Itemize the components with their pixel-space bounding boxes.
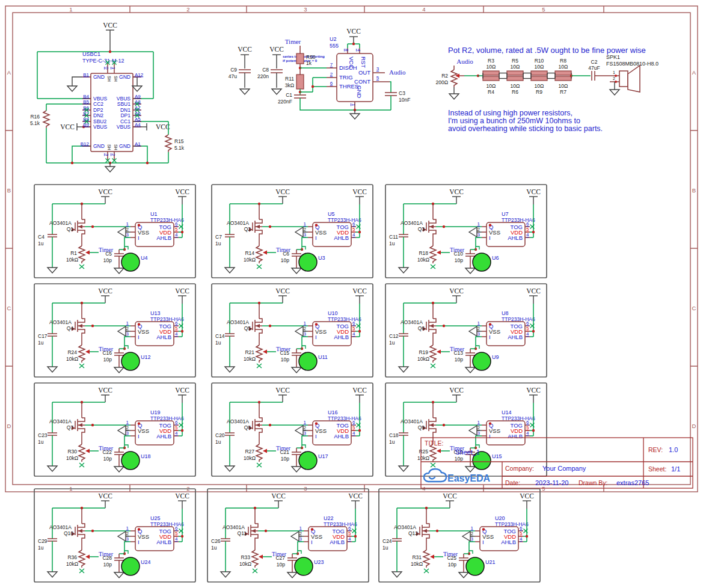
- junction-dot: [489, 224, 491, 226]
- net-arrow: [85, 555, 90, 559]
- touch-key-module[interactable]: VCCC261uAO3401AQ11R3310kΩTimer123654QVSS…: [207, 489, 369, 582]
- touch-pad[interactable]: [121, 452, 140, 470]
- pin-name-ahlb: AHLB: [501, 539, 516, 545]
- wire: [476, 337, 482, 349]
- net-label-timer[interactable]: Timer: [285, 38, 301, 45]
- speaker-spk1[interactable]: SPK1 FS1508MB0810-H8.0 1 2: [606, 54, 658, 95]
- touch-key-module[interactable]: VCCC181uAO3401AQ9R2510kΩTimer123654QVSSI…: [385, 383, 547, 476]
- resistor-pair-stage[interactable]: R510Ω10ΩR6: [507, 58, 531, 95]
- cap-c8[interactable]: VCC C8 220n: [257, 46, 284, 94]
- shield-pin-name: SH: [107, 144, 111, 150]
- resistor-pair-stage[interactable]: R1010Ω10ΩR9: [531, 58, 555, 95]
- touch-key-module[interactable]: VCCC71uAO3401AQ2R1410kΩTimer123654QVSSIT…: [212, 185, 373, 278]
- junction-dot: [532, 231, 535, 233]
- ic-part: TTP233H-HA6: [502, 316, 535, 322]
- pin-number: 4: [175, 331, 178, 337]
- cap-val: 1u: [38, 439, 44, 445]
- mosfet-symbol: [255, 219, 262, 246]
- touch-pad[interactable]: [299, 452, 317, 470]
- touch-pad[interactable]: [473, 352, 491, 370]
- cap-c9[interactable]: VCC C9 47u: [229, 46, 252, 94]
- schematic-canvas[interactable]: 1122334455AABBCCDD VCC USBC1 TYPE-C-31-M…: [0, 0, 703, 588]
- pin-number: 2: [304, 425, 307, 430]
- cap-symbol: [225, 234, 235, 237]
- junction-dot: [436, 530, 438, 532]
- touch-key-module[interactable]: VCCC241uAO3401AQ12R3110kΩTimer123654QVSS…: [379, 489, 540, 582]
- gnd-arrow: [118, 326, 126, 336]
- timer-555-circuit[interactable]: VCC C9 47u VCC C8 220n Timer series to a…: [229, 28, 411, 119]
- resistor-ref: R3: [488, 58, 494, 64]
- touch-key-module[interactable]: VCCC111uAO3401AQ3R1810kΩTimer123654QVSSI…: [385, 185, 547, 278]
- touch-pad[interactable]: [295, 557, 313, 575]
- title-label: TITLE:: [425, 439, 444, 447]
- cap-ref: C7: [215, 234, 222, 240]
- net-label-audio[interactable]: Audio: [456, 58, 473, 65]
- touch-key-module[interactable]: VCCC121uAO3401AQ6R1910kΩTimer123654QVSSI…: [385, 284, 547, 377]
- net-label-audio[interactable]: Audio: [389, 69, 406, 76]
- touch-pad[interactable]: [121, 352, 140, 370]
- resistor-symbol: [43, 111, 49, 128]
- touch-key-module[interactable]: VCCC231uAO3401AQ7R3010kΩTimer123654QVSSI…: [34, 383, 195, 476]
- junction-dot: [91, 424, 94, 426]
- cap-val: 10p: [103, 456, 112, 462]
- touch-key-module[interactable]: VCCC201uAO3401AQ8R2710kΩTimer123654QVSSI…: [212, 383, 373, 476]
- junction-dot: [358, 330, 361, 332]
- cap-val: 220n: [257, 73, 269, 79]
- touch-pad[interactable]: [299, 253, 317, 271]
- ic-ref: U19: [150, 409, 161, 415]
- mosfet-arrow: [429, 324, 434, 328]
- rev-value[interactable]: 1.0: [669, 446, 678, 453]
- resistor-r50[interactable]: [296, 54, 304, 64]
- potentiometer-r2[interactable]: R2 200Ω: [435, 70, 464, 87]
- pin-number: 5: [175, 227, 178, 232]
- drawn-by-value[interactable]: extras2765: [616, 479, 649, 486]
- gnd-symbol: [272, 89, 281, 94]
- company-label: Company:: [505, 465, 534, 472]
- touch-key-module[interactable]: VCCC141uAO3401AQ5R2110kΩTimer123654QVSSI…: [212, 284, 373, 377]
- cap-c2[interactable]: C2 47uF: [588, 59, 600, 81]
- sheet-value[interactable]: 1/1: [671, 465, 680, 473]
- junction-dot: [526, 535, 528, 537]
- cap-c3[interactable]: [385, 93, 397, 96]
- pin-name-vss: VSS: [315, 229, 327, 236]
- resistor-pair-stage[interactable]: R810Ω10ΩR7: [555, 58, 571, 95]
- cap-val: 1u: [215, 439, 221, 445]
- audio-output-circuit[interactable]: Pot R2, volume, rated at .5W ought to be…: [435, 46, 658, 133]
- gnd-wire-b1: [72, 77, 82, 86]
- mosfet-arrow: [256, 225, 260, 228]
- touch-pad[interactable]: [466, 557, 484, 575]
- touch-key-module[interactable]: VCCC171uAO3401AQ4R2410kΩTimer123654QVSSI…: [34, 284, 195, 377]
- junction-dot: [311, 528, 313, 530]
- touch-key-module[interactable]: VCCC41uAO3401AQ1R110kΩTimer123654QVSSITO…: [34, 185, 195, 278]
- touch-pad[interactable]: [121, 557, 140, 575]
- touch-pad[interactable]: [121, 253, 140, 271]
- cap-c1[interactable]: [294, 95, 306, 98]
- resistor-r11[interactable]: [296, 75, 304, 89]
- date-value[interactable]: 2023-11-20: [535, 479, 568, 486]
- gnd-arrow: [469, 227, 477, 237]
- resistor-val: 10Ω: [535, 64, 544, 70]
- frame-row-letter: C: [7, 305, 11, 311]
- usb-connector-circuit[interactable]: VCC USBC1 TYPE-C-31-M-12 SHSHSHSH0132 VC…: [30, 22, 185, 172]
- pin-number: 3: [304, 430, 307, 436]
- pin-number: 1: [304, 420, 307, 425]
- resistor-bottom: [555, 76, 571, 81]
- resistor-ref: R27: [245, 449, 254, 455]
- company-value[interactable]: Your Company: [542, 465, 586, 472]
- gnd-arrow: [291, 531, 299, 541]
- resistor-ref: R7: [560, 89, 566, 95]
- touch-pad[interactable]: [299, 352, 317, 370]
- resistor-pair-stage[interactable]: R310Ω10ΩR4: [483, 58, 507, 95]
- pin-number: 2: [471, 531, 474, 536]
- touch-pad[interactable]: [473, 253, 491, 271]
- touch-pad-ref: U11: [318, 354, 328, 360]
- pin-number: 2: [299, 531, 302, 536]
- pin-number: B1: [83, 72, 89, 78]
- sheet-title[interactable]: Sheet_1: [455, 449, 480, 456]
- mosfet-arrow: [78, 225, 82, 228]
- pin-number: 2: [330, 72, 333, 77]
- touch-key-module[interactable]: VCCC291uAO3401AQ10R3610kΩTimer123654QVSS…: [34, 489, 195, 582]
- resistor-r16[interactable]: R16 5.1k: [30, 104, 91, 163]
- pin-name-vss: VSS: [138, 533, 149, 540]
- pin-number: 5: [175, 425, 178, 430]
